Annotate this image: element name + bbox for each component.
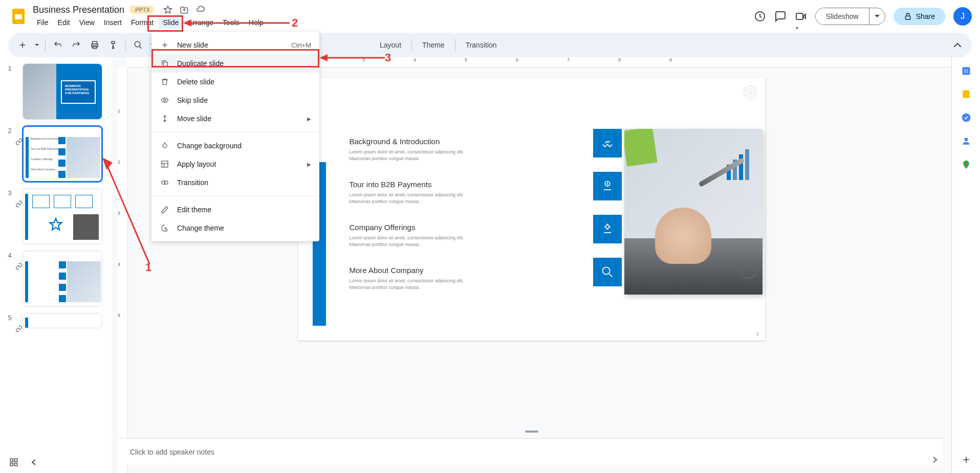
menu-tools[interactable]: Tools	[219, 16, 244, 29]
meet-icon[interactable]: ▾	[795, 10, 807, 22]
speaker-notes[interactable]: Click to add speaker notes	[120, 438, 943, 465]
svg-point-8	[135, 41, 140, 47]
svg-point-23	[964, 138, 968, 141]
zoom-button[interactable]	[130, 37, 146, 53]
side-panel: 31	[951, 57, 980, 473]
svg-point-30	[164, 99, 166, 101]
document-title[interactable]: Business Presentation	[33, 5, 124, 15]
svg-point-24	[965, 162, 967, 164]
nav-left-icon[interactable]	[31, 459, 37, 465]
watermark-icon	[743, 85, 758, 100]
collapse-toolbar-icon[interactable]	[949, 37, 966, 53]
thumb-number: 4	[4, 251, 15, 307]
slide-dropdown-menu: New slide Ctrl+M Duplicate slide Delete …	[151, 32, 319, 241]
paint-format-button[interactable]	[105, 37, 121, 53]
svg-rect-28	[15, 463, 17, 466]
cloud-status-icon[interactable]	[196, 5, 205, 14]
slides-logo[interactable]	[8, 6, 29, 27]
section-desc: Lorem ipsum dolor sit amet, consectetuer…	[350, 278, 467, 290]
gear-hand-icon	[593, 215, 622, 243]
notes-resize-handle[interactable]	[525, 431, 538, 433]
dd-duplicate-slide[interactable]: Duplicate slide	[151, 54, 319, 73]
thumb-number: 5	[4, 313, 15, 332]
undo-button[interactable]	[50, 37, 66, 53]
section-title: More About Company	[350, 266, 467, 275]
slide-canvas[interactable]: AGENDA Background & Introduction Lorem i…	[298, 78, 765, 341]
svg-text:31: 31	[964, 69, 969, 74]
search-profile-icon	[593, 258, 622, 286]
keep-icon[interactable]	[961, 89, 971, 99]
thumb-number: 2	[4, 126, 15, 182]
tasks-icon[interactable]	[961, 112, 971, 123]
menu-slide[interactable]: Slide	[159, 16, 183, 29]
redo-button[interactable]	[68, 37, 84, 53]
chevron-right-icon: ▶	[307, 116, 311, 122]
history-icon[interactable]	[754, 10, 766, 22]
title-area: Business Presentation .PPTX File Edit Vi…	[33, 5, 754, 29]
notes-next-icon[interactable]	[932, 457, 938, 463]
slide-hero-image	[624, 129, 763, 295]
thumbnail-slide-1[interactable]: BUSINESS PRESENTATION FOR PARTNERS	[23, 63, 102, 120]
thumbnail-slide-5[interactable]	[23, 313, 102, 328]
plus-icon	[160, 40, 170, 50]
file-format-badge: .PPTX	[129, 6, 154, 14]
calendar-icon[interactable]: 31	[961, 65, 971, 76]
section-title: Tour into B2B Payments	[350, 180, 467, 189]
menubar: File Edit View Insert Format Slide Arran…	[33, 16, 754, 29]
link-icon	[15, 188, 23, 244]
dd-change-background[interactable]: Change background	[151, 137, 319, 155]
dd-edit-theme[interactable]: Edit theme	[151, 200, 319, 219]
menu-arrange[interactable]: Arrange	[184, 16, 217, 29]
menu-insert[interactable]: Insert	[100, 16, 126, 29]
slideshow-button[interactable]: Slideshow	[816, 8, 869, 25]
comments-icon[interactable]	[774, 10, 787, 22]
contacts-icon[interactable]	[961, 136, 971, 146]
svg-rect-31	[162, 161, 168, 167]
dd-change-theme[interactable]: Change theme	[151, 219, 319, 237]
star-icon[interactable]	[163, 5, 172, 14]
section-desc: Lorem ipsum dolor sit amet, consectetuer…	[350, 235, 467, 247]
menu-view[interactable]: View	[75, 16, 99, 29]
money-hand-icon	[593, 172, 622, 200]
dd-transition[interactable]: Transition	[151, 173, 319, 192]
dd-delete-slide[interactable]: Delete slide	[151, 73, 319, 91]
thumbnail-slide-2[interactable]: Background & Introduction Tour into B2B …	[23, 126, 102, 182]
dd-new-slide[interactable]: New slide Ctrl+M	[151, 36, 319, 54]
dd-move-slide[interactable]: Move slide ▶	[151, 109, 319, 128]
menu-file[interactable]: File	[33, 16, 53, 29]
print-button[interactable]	[86, 37, 103, 53]
thumbnail-slide-4[interactable]	[23, 251, 102, 307]
grid-view-icon[interactable]	[9, 458, 18, 467]
move-icon[interactable]	[180, 5, 189, 14]
slideshow-dropdown[interactable]	[869, 8, 885, 25]
menu-edit[interactable]: Edit	[54, 16, 74, 29]
svg-point-22	[962, 114, 970, 122]
new-slide-dropdown[interactable]	[33, 37, 41, 53]
dd-skip-slide[interactable]: Skip slide	[151, 91, 319, 109]
menu-help[interactable]: Help	[245, 16, 268, 29]
handshake-icon	[593, 129, 622, 157]
section-desc: Lorem ipsum dolor sit amet, consectetuer…	[350, 192, 467, 205]
thumbnail-slide-3[interactable]	[23, 188, 102, 244]
user-avatar[interactable]: J	[953, 7, 972, 26]
toolbar-transition[interactable]: Transition	[460, 38, 503, 52]
eye-icon	[160, 95, 170, 105]
section-title: Company Offerings	[350, 223, 467, 232]
svg-rect-27	[10, 463, 13, 466]
palette-icon	[160, 223, 170, 233]
add-addon-icon[interactable]	[961, 455, 971, 465]
link-icon	[15, 251, 23, 307]
layout-icon	[160, 159, 170, 169]
new-slide-button[interactable]	[14, 37, 31, 53]
dd-apply-layout[interactable]: Apply layout ▶	[151, 155, 319, 173]
pencil-icon	[160, 205, 170, 215]
svg-rect-26	[15, 459, 17, 461]
share-button[interactable]: Share	[894, 8, 945, 25]
menu-format[interactable]: Format	[127, 16, 158, 29]
toolbar-theme[interactable]: Theme	[416, 38, 451, 52]
duplicate-icon	[160, 58, 170, 69]
notes-placeholder: Click to add speaker notes	[130, 448, 214, 456]
maps-icon[interactable]	[961, 160, 971, 170]
section-desc: Lorem ipsum dolor sit amet, consectetuer…	[350, 149, 467, 162]
svg-rect-1	[15, 14, 22, 19]
